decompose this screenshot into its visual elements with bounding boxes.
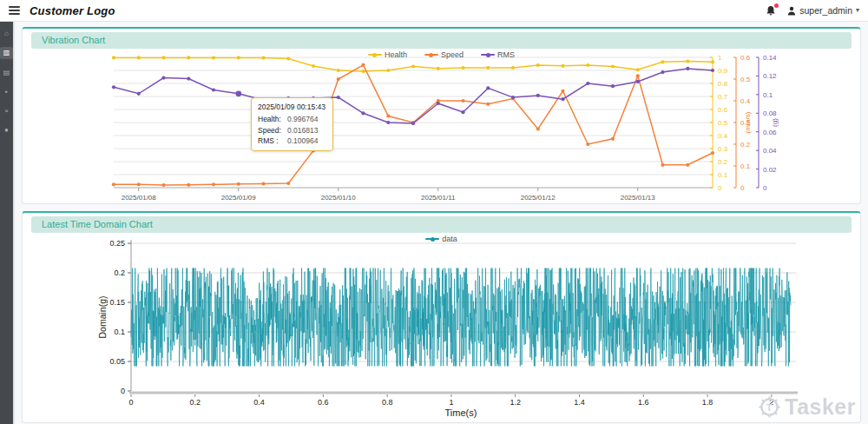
- data-point[interactable]: [187, 77, 190, 81]
- data-point[interactable]: [161, 76, 165, 80]
- sidebar-item-dashboard-icon[interactable]: ▥: [0, 47, 13, 59]
- legend-marker: [424, 53, 438, 57]
- data-point[interactable]: [437, 102, 440, 105]
- data-point[interactable]: [511, 66, 515, 70]
- data-point[interactable]: [486, 86, 490, 89]
- data-point[interactable]: [361, 70, 365, 73]
- svg-text:0.1: 0.1: [763, 91, 773, 99]
- data-point[interactable]: [386, 121, 390, 124]
- data-point[interactable]: [212, 88, 215, 91]
- data-point[interactable]: [561, 97, 564, 101]
- data-point[interactable]: [586, 142, 589, 146]
- legend-item-speed[interactable]: Speed: [424, 50, 464, 59]
- data-point[interactable]: [536, 63, 540, 67]
- data-point[interactable]: [686, 163, 689, 167]
- svg-text:0: 0: [740, 184, 745, 192]
- svg-text:0.5: 0.5: [718, 119, 728, 127]
- data-point[interactable]: [112, 85, 115, 89]
- vibration-chart-canvas[interactable]: 2025/01/082025/01/092025/01/102025/01/11…: [23, 49, 856, 203]
- svg-text:0: 0: [718, 184, 722, 192]
- svg-text:0.6: 0.6: [718, 106, 728, 114]
- legend-item-data[interactable]: data: [425, 235, 457, 243]
- sidebar-item-home-icon[interactable]: ⌂: [1, 28, 12, 39]
- svg-text:0.2: 0.2: [718, 158, 728, 166]
- data-point[interactable]: [686, 59, 689, 63]
- data-point[interactable]: [586, 63, 589, 67]
- vibration-chart-card: Vibration Chart HealthSpeedRMS 2025/01/0…: [22, 27, 861, 204]
- data-point[interactable]: [561, 89, 564, 93]
- svg-text:0.7: 0.7: [718, 93, 728, 101]
- menu-toggle-icon[interactable]: [9, 6, 20, 15]
- legend-marker: [481, 53, 495, 57]
- svg-text:(mm/s): (mm/s): [744, 111, 752, 133]
- data-point[interactable]: [235, 90, 241, 96]
- x-axis-title: Time(s): [445, 407, 477, 418]
- data-point[interactable]: [112, 182, 115, 186]
- notifications-button[interactable]: [766, 5, 776, 17]
- data-point[interactable]: [561, 64, 564, 68]
- data-point[interactable]: [636, 74, 640, 77]
- data-point[interactable]: [137, 182, 141, 186]
- data-point[interactable]: [486, 66, 490, 70]
- data-point[interactable]: [337, 69, 340, 72]
- data-point[interactable]: [686, 67, 689, 70]
- user-menu[interactable]: super_admin ▾: [787, 5, 859, 16]
- legend-label: Health: [385, 50, 407, 59]
- data-point[interactable]: [661, 70, 664, 74]
- legend-item-rms[interactable]: RMS: [481, 50, 515, 59]
- svg-text:0.1: 0.1: [740, 162, 751, 170]
- legend-item-health[interactable]: Health: [368, 50, 407, 59]
- vibration-legend: HealthSpeedRMS: [23, 50, 860, 59]
- data-point[interactable]: [312, 64, 315, 68]
- data-point[interactable]: [386, 114, 390, 117]
- health-axis: 00.10.20.30.40.50.60.70.80.91: [710, 54, 728, 192]
- data-point[interactable]: [611, 137, 615, 141]
- data-point[interactable]: [636, 80, 640, 83]
- data-point[interactable]: [661, 163, 664, 167]
- svg-text:0.15: 0.15: [109, 298, 125, 307]
- sidebar-item-alerts-icon[interactable]: ▪: [1, 86, 12, 97]
- rms-axis: 00.020.040.060.080.10.120.14(g): [756, 54, 779, 192]
- sidebar-item-help-icon[interactable]: ●: [1, 124, 12, 136]
- data-point[interactable]: [386, 69, 390, 72]
- data-point[interactable]: [711, 151, 714, 155]
- data-point[interactable]: [511, 96, 515, 99]
- svg-text:0: 0: [763, 184, 767, 192]
- data-point[interactable]: [611, 84, 615, 88]
- data-point[interactable]: [337, 96, 340, 99]
- data-point[interactable]: [586, 82, 589, 85]
- signal-series[interactable]: [131, 268, 791, 367]
- data-point[interactable]: [461, 99, 464, 103]
- data-point[interactable]: [187, 183, 190, 187]
- data-point[interactable]: [461, 110, 464, 114]
- legend-marker: [425, 237, 439, 242]
- data-point[interactable]: [711, 60, 714, 63]
- data-point[interactable]: [411, 122, 415, 125]
- svg-text:2025/01/13: 2025/01/13: [621, 194, 656, 202]
- data-point[interactable]: [611, 64, 615, 68]
- data-point[interactable]: [536, 94, 540, 97]
- data-point[interactable]: [536, 127, 540, 130]
- data-point[interactable]: [212, 182, 215, 186]
- data-point[interactable]: [261, 182, 265, 185]
- svg-text:0: 0: [121, 387, 125, 395]
- data-point[interactable]: [437, 67, 440, 70]
- data-point[interactable]: [486, 103, 490, 106]
- data-point[interactable]: [137, 92, 141, 96]
- legend-label: RMS: [497, 50, 515, 59]
- data-point[interactable]: [661, 60, 664, 63]
- data-point[interactable]: [711, 69, 714, 72]
- data-point[interactable]: [361, 111, 365, 115]
- data-point[interactable]: [161, 183, 165, 187]
- time-domain-chart-canvas[interactable]: 00.050.10.150.20.25Domain(g)00.20.40.60.…: [23, 233, 856, 422]
- data-point[interactable]: [411, 64, 415, 68]
- sidebar-item-devices-icon[interactable]: ▤: [1, 67, 12, 78]
- data-point[interactable]: [337, 77, 340, 81]
- brand-logo[interactable]: Customer Logo: [30, 4, 115, 17]
- data-point[interactable]: [286, 182, 290, 185]
- data-point[interactable]: [636, 68, 640, 71]
- data-point[interactable]: [237, 182, 240, 186]
- sidebar-item-settings-icon[interactable]: ×: [1, 105, 12, 116]
- data-point[interactable]: [361, 63, 365, 67]
- data-point[interactable]: [461, 66, 464, 70]
